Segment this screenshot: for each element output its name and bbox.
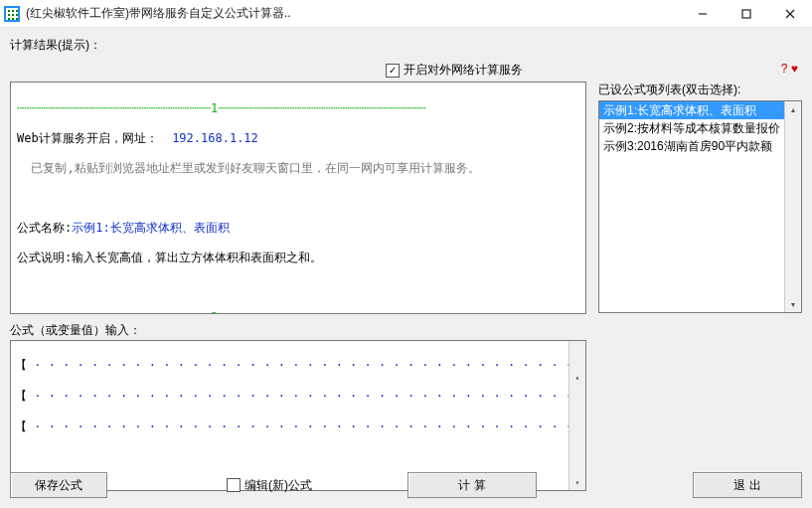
scroll-up-icon[interactable]: ▴ xyxy=(569,369,585,385)
input-row: 【 · · · · · · · · · · · · · · · · · · · … xyxy=(15,388,581,405)
formula-input[interactable]: 【 · · · · · · · · · · · · · · · · · · · … xyxy=(10,340,586,491)
formula-name-line: 公式名称:示例1:长宽高求体积、表面积 xyxy=(17,220,579,236)
formula-desc-line: 公式说明:输入长宽高值，算出立方体体积和表面积之和。 xyxy=(17,250,579,265)
input-row: 【 · · · · · · · · · · · · · · · · · · · … xyxy=(15,419,581,435)
checkbox-icon: ✓ xyxy=(386,64,400,78)
blank-line xyxy=(17,190,579,206)
edit-new-formula-checkbox[interactable]: 编辑(新)公式 xyxy=(227,477,312,494)
list-item[interactable]: 示例3:2016湖南首房90平内款额 xyxy=(599,137,801,155)
blank-line-2 xyxy=(17,279,579,295)
input-row: 【 · · · · · · · · · · · · · · · · · · · … xyxy=(15,357,581,374)
exit-button[interactable]: 退 出 xyxy=(693,472,802,498)
copied-hint-line: 已复制,粘贴到浏览器地址栏里或发到好友聊天窗口里，在同一网内可享用计算服务。 xyxy=(17,160,579,176)
maximize-button[interactable] xyxy=(725,0,768,28)
close-button[interactable] xyxy=(768,0,812,28)
svg-rect-1 xyxy=(742,10,750,18)
window-title: (红尖椒软件工作室)带网络服务自定义公式计算器.. xyxy=(26,5,681,22)
window-controls xyxy=(681,0,812,27)
divider-1: ┄┄┄┄┄┄┄┄┄┄┄┄┄┄┄┄┄┄┄┄┄┄┄┄┄┄┄1┄┄┄┄┄┄┄┄┄┄┄┄… xyxy=(17,100,579,116)
save-formula-button[interactable]: 保存公式 xyxy=(10,472,107,498)
minimize-button[interactable] xyxy=(681,0,725,28)
title-bar: (红尖椒软件工作室)带网络服务自定义公式计算器.. xyxy=(0,0,812,28)
divider-2: ┄┄┄┄┄┄┄┄┄┄┄┄┄┄┄┄┄┄┄┄┄┄┄┄┄┄┄2┄┄┄┄┄┄┄┄┄┄┄┄… xyxy=(17,309,579,314)
results-panel: ┄┄┄┄┄┄┄┄┄┄┄┄┄┄┄┄┄┄┄┄┄┄┄┄┄┄┄1┄┄┄┄┄┄┄┄┄┄┄┄… xyxy=(10,82,586,314)
list-item[interactable]: 示例1:长宽高求体积、表面积 xyxy=(599,101,801,119)
formula-list-label: 已设公式项列表(双击选择): xyxy=(598,82,802,98)
listbox-scrollbar[interactable]: ▴ ▾ xyxy=(784,101,801,312)
formula-listbox[interactable]: 示例1:长宽高求体积、表面积 示例2:按材料等成本核算数量报价 示例3:2016… xyxy=(598,100,802,313)
input-scrollbar[interactable]: ▴ ▾ xyxy=(568,341,585,490)
scroll-up-icon[interactable]: ▴ xyxy=(785,101,801,117)
network-service-checkbox[interactable]: ✓ 开启对外网络计算服务 xyxy=(386,62,523,79)
formula-input-label: 公式（或变量值）输入： xyxy=(10,322,141,339)
calculate-button[interactable]: 计 算 xyxy=(407,472,537,498)
scroll-down-icon[interactable]: ▾ xyxy=(785,296,801,312)
edit-new-label: 编辑(新)公式 xyxy=(244,477,312,494)
button-bar: 保存公式 编辑(新)公式 计 算 退 出 xyxy=(10,470,802,500)
network-checkbox-label: 开启对外网络计算服务 xyxy=(404,62,523,79)
results-section-label: 计算结果(提示)： xyxy=(10,37,101,54)
checkbox-icon xyxy=(227,478,241,492)
web-service-line: Web计算服务开启，网址： 192.168.1.12 xyxy=(17,130,579,146)
list-item[interactable]: 示例2:按材料等成本核算数量报价 xyxy=(599,119,801,137)
app-icon xyxy=(4,6,20,22)
help-indicator[interactable]: ? ♥ xyxy=(781,62,798,76)
